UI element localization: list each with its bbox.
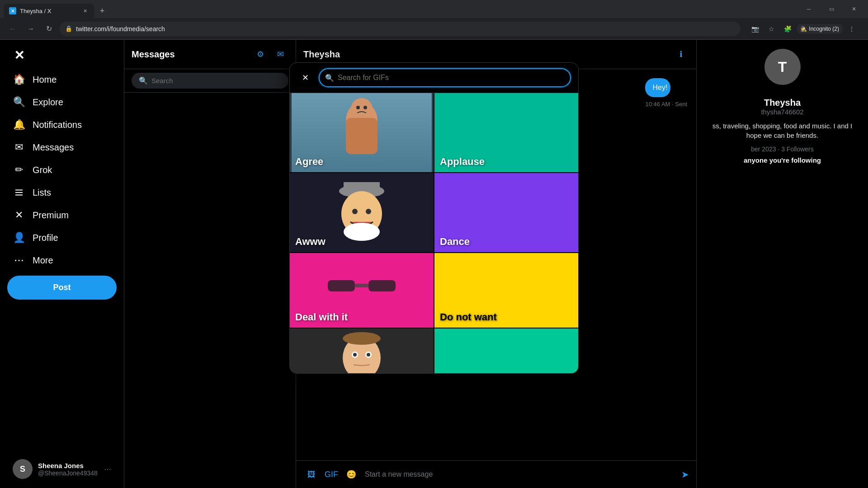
- svg-point-6: [356, 106, 360, 109]
- message-time: 10:46 AM · Sent: [645, 101, 687, 108]
- messages-panel: Messages ⚙ ✉ 🔍 Search: [124, 40, 296, 488]
- search-input-placeholder: Search: [151, 77, 173, 84]
- sidebar-item-more-label: More: [33, 255, 53, 266]
- gif-grid: Agree Applause: [290, 93, 578, 373]
- more-icon: ⋯: [13, 254, 25, 267]
- svg-point-14: [366, 209, 371, 214]
- maximize-button[interactable]: ▭: [821, 2, 842, 16]
- gif-category-bottom-left[interactable]: [290, 328, 434, 373]
- gif-awww-label: Awww: [295, 236, 326, 248]
- gif-category-dance[interactable]: Dance: [434, 173, 578, 252]
- post-button[interactable]: Post: [7, 276, 117, 300]
- compose-icon[interactable]: ✉: [272, 46, 288, 62]
- browser-chrome: ✕ Theysha / X ✕ + ─ ▭ ✕ ← → ↻ 🔒 twitter.…: [0, 0, 868, 40]
- user-area[interactable]: S Sheena Jones @SheenaJone49348 ⋯: [7, 454, 117, 484]
- address-bar[interactable]: 🔒 twitter.com/i/foundmedia/search: [60, 22, 741, 36]
- gif-search-icon: 🔍: [325, 74, 334, 82]
- back-button[interactable]: ←: [5, 22, 20, 36]
- message-bubble: Hey!: [645, 78, 670, 97]
- premium-icon: ✕: [13, 209, 25, 221]
- svg-point-13: [352, 209, 358, 214]
- sidebar-item-profile-label: Profile: [33, 233, 58, 243]
- sidebar-item-grok-label: Grok: [33, 165, 52, 175]
- sidebar-item-messages[interactable]: ✉ Messages: [7, 136, 117, 158]
- sidebar: ✕ 🏠 Home 🔍 Explore 🔔 Notifications ✉ Mes…: [0, 40, 124, 488]
- lists-icon: [13, 186, 25, 199]
- chat-info-button[interactable]: ℹ: [673, 46, 689, 62]
- forward-button[interactable]: →: [24, 22, 38, 36]
- image-icon[interactable]: 🖼: [303, 466, 320, 483]
- profile-bio: ss, traveling, shopping, food and music.…: [706, 121, 859, 140]
- gif-applause-label: Applause: [440, 156, 485, 168]
- camera-icon[interactable]: 📷: [748, 22, 762, 36]
- sidebar-item-explore[interactable]: 🔍 Explore: [7, 91, 117, 113]
- gif-donot-label: Do not want: [440, 311, 497, 323]
- tab-title: Theysha / X: [20, 8, 78, 14]
- search-bar: 🔍 Search: [124, 69, 296, 93]
- chat-text-input[interactable]: Start a new message: [365, 470, 676, 479]
- chat-user-name: Theysha: [303, 49, 340, 60]
- gif-category-applause[interactable]: Applause: [434, 93, 578, 172]
- sidebar-item-home-label: Home: [33, 75, 57, 85]
- gif-category-awww[interactable]: Awww: [290, 173, 434, 252]
- bell-icon: 🔔: [13, 118, 25, 131]
- user-name: Sheena Jones: [38, 462, 99, 469]
- sidebar-item-grok[interactable]: ✏ Grok: [7, 159, 117, 181]
- sidebar-item-notifications[interactable]: 🔔 Notifications: [7, 114, 117, 136]
- sidebar-item-more[interactable]: ⋯ More: [7, 249, 117, 271]
- settings-icon[interactable]: ⚙: [252, 46, 269, 62]
- search-input-wrap[interactable]: 🔍 Search: [132, 73, 288, 89]
- sidebar-item-lists-label: Lists: [33, 188, 51, 198]
- profile-followers-note: anyone you're following: [706, 156, 859, 164]
- emoji-icon[interactable]: 😊: [343, 466, 359, 483]
- chat-input-icons: 🖼 GIF 😊: [303, 466, 359, 483]
- home-icon: 🏠: [13, 73, 25, 86]
- profile-avatar: T: [764, 49, 801, 85]
- profile-icon: 👤: [13, 231, 25, 244]
- refresh-button[interactable]: ↻: [42, 22, 56, 36]
- avatar: S: [13, 459, 33, 479]
- svg-point-23: [353, 353, 357, 357]
- star-icon[interactable]: ☆: [764, 22, 778, 36]
- profile-meta: ber 2023 · 3 Followers: [706, 145, 859, 153]
- svg-point-7: [363, 106, 367, 109]
- gif-category-bottom-right[interactable]: [434, 328, 578, 373]
- incognito-icon: 🕵: [800, 26, 807, 32]
- svg-point-25: [343, 332, 381, 345]
- gif-category-do-not-want[interactable]: Do not want: [434, 253, 578, 328]
- send-button[interactable]: ➤: [681, 469, 689, 480]
- gif-category-deal-with-it[interactable]: Deal with it: [290, 253, 434, 328]
- tab-bar: ✕ Theysha / X ✕ + ─ ▭ ✕: [0, 0, 868, 18]
- extensions-icon[interactable]: 🧩: [780, 22, 795, 36]
- sidebar-item-home[interactable]: 🏠 Home: [7, 69, 117, 90]
- gif-modal: ✕ 🔍: [289, 62, 579, 374]
- svg-rect-2: [15, 195, 23, 196]
- gif-close-button[interactable]: ✕: [297, 70, 313, 86]
- gif-search-input[interactable]: [319, 68, 571, 87]
- sidebar-item-lists[interactable]: Lists: [7, 182, 117, 203]
- explore-icon: 🔍: [13, 96, 25, 108]
- user-more-button[interactable]: ⋯: [104, 465, 111, 474]
- sidebar-item-profile[interactable]: 👤 Profile: [7, 227, 117, 249]
- tab-close-button[interactable]: ✕: [81, 7, 89, 14]
- chat-input-area: 🖼 GIF 😊 Start a new message ➤: [296, 460, 696, 488]
- sidebar-item-notifications-label: Notifications: [33, 120, 82, 130]
- svg-rect-16: [328, 280, 355, 291]
- minimize-button[interactable]: ─: [798, 2, 819, 16]
- envelope-icon: ✉: [13, 141, 25, 154]
- gif-icon[interactable]: GIF: [323, 466, 340, 483]
- x-logo[interactable]: ✕: [7, 43, 31, 67]
- active-tab[interactable]: ✕ Theysha / X ✕: [4, 4, 94, 18]
- profile-handle: thysha746602: [706, 108, 859, 116]
- url-text: twitter.com/i/foundmedia/search: [76, 25, 735, 33]
- sidebar-item-premium[interactable]: ✕ Premium: [7, 204, 117, 226]
- close-window-button[interactable]: ✕: [844, 2, 864, 16]
- menu-icon[interactable]: ⋮: [844, 22, 859, 36]
- profile-panel: T Theysha thysha746602 ss, traveling, sh…: [696, 40, 868, 488]
- gif-category-agree[interactable]: Agree: [290, 93, 434, 172]
- svg-point-5: [351, 98, 373, 120]
- search-icon: 🔍: [139, 76, 148, 85]
- svg-point-15: [344, 223, 380, 241]
- new-tab-button[interactable]: +: [96, 5, 108, 17]
- tab-favicon: ✕: [9, 7, 16, 14]
